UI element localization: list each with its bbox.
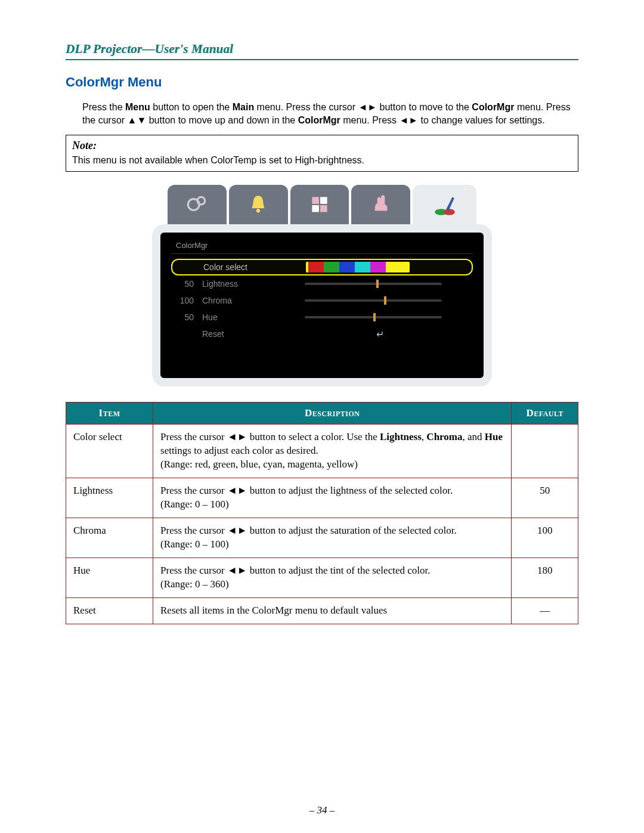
enter-icon: ↵	[305, 329, 384, 340]
table-row: Hue Press the cursor ◄► button to adjust…	[66, 558, 578, 597]
cell-desc: Press the cursor ◄► button to adjust the…	[153, 478, 512, 518]
table-row: Chroma Press the cursor ◄► button to adj…	[66, 518, 578, 558]
osd-control-enter: ↵	[305, 329, 473, 340]
bell-icon	[246, 192, 271, 217]
osd-panel: ColorMgr Color select	[152, 185, 492, 386]
note-text: This menu is not available when ColorTem…	[72, 155, 364, 165]
manual-page: DLP Projector—User's Manual ColorMgr Men…	[0, 0, 644, 833]
desc-bold: Chroma	[426, 431, 462, 442]
osd-value: 50	[171, 312, 202, 322]
desc-text: , and	[463, 431, 485, 442]
intro-text: button to open the	[150, 102, 233, 112]
tiles-icon	[307, 192, 332, 217]
intro-paragraph: Press the Menu button to open the Main m…	[82, 101, 578, 126]
slider-track	[305, 283, 442, 285]
intro-text: Press the	[82, 102, 125, 112]
cell-item: Color select	[66, 425, 153, 478]
palette-brush-icon	[432, 193, 457, 218]
osd-control-chips	[306, 262, 472, 272]
osd-label: Reset	[202, 329, 305, 339]
desc-range: (Range: 0 – 100)	[160, 538, 229, 550]
chip-blue	[339, 262, 355, 272]
intro-bold-colormgr2: ColorMgr	[298, 115, 340, 125]
th-item: Item	[66, 402, 153, 425]
osd-tab-setup	[168, 185, 227, 224]
svg-point-8	[443, 209, 454, 216]
cell-default: 180	[512, 558, 578, 597]
osd-tab-misc	[351, 185, 410, 224]
desc-bold: Hue	[485, 431, 503, 442]
page-number: – 34 –	[0, 804, 644, 816]
osd-control-slider	[305, 299, 473, 302]
header-rule	[66, 59, 578, 60]
osd-value: 50	[171, 279, 202, 289]
svg-rect-3	[312, 197, 319, 205]
cell-item: Reset	[66, 597, 153, 624]
intro-text: menu. Press ◄► to change values for sett…	[340, 115, 545, 125]
slider-thumb	[376, 280, 379, 288]
cell-desc: Press the cursor ◄► button to adjust the…	[153, 518, 512, 558]
osd-row-chroma: 100 Chroma	[171, 292, 473, 309]
desc-text: Press the cursor ◄► button to adjust the…	[160, 565, 430, 576]
desc-range: (Range: red, green, blue, cyan, magenta,…	[160, 459, 358, 470]
slider-thumb	[373, 313, 376, 321]
osd-row-color-select: Color select	[171, 259, 473, 275]
table-row: Reset Resets all items in the ColorMgr m…	[66, 597, 578, 624]
osd-row-hue: 50 Hue	[171, 309, 473, 326]
note-box: Note: This menu is not available when Co…	[66, 135, 578, 172]
desc-text: Press the cursor ◄► button to adjust the…	[160, 485, 453, 496]
chip-green	[324, 262, 339, 272]
slider-track	[305, 299, 442, 302]
osd-label: Hue	[202, 312, 305, 322]
intro-bold-main: Main	[233, 102, 254, 112]
description-table: Item Description Default Color select Pr…	[66, 402, 578, 624]
cell-item: Chroma	[66, 518, 153, 558]
cell-desc: Resets all items in the ColorMgr menu to…	[153, 597, 512, 624]
section-title: ColorMgr Menu	[66, 75, 578, 90]
osd-tab-bar	[152, 185, 492, 224]
osd-value: 100	[171, 296, 202, 305]
th-default: Default	[512, 402, 578, 425]
svg-point-2	[256, 209, 260, 213]
doc-header-title: DLP Projector—User's Manual	[66, 42, 578, 57]
cell-desc: Press the cursor ◄► button to adjust the…	[153, 558, 512, 597]
cell-item: Lightness	[66, 478, 153, 518]
cell-default: —	[512, 597, 578, 624]
desc-text: settings to adjust each color as desired…	[160, 445, 318, 456]
intro-bold-menu: Menu	[125, 102, 150, 112]
desc-range: (Range: 0 – 100)	[160, 498, 229, 510]
chip-red	[308, 262, 324, 272]
th-description: Description	[153, 402, 512, 425]
intro-bold-colormgr: ColorMgr	[472, 102, 514, 112]
desc-text: Press the cursor ◄► button to adjust the…	[160, 525, 457, 536]
osd-control-slider	[305, 316, 473, 318]
osd-row-reset: Reset ↵	[171, 326, 473, 342]
desc-text: Resets all items in the ColorMgr menu to…	[160, 605, 387, 616]
note-label: Note:	[72, 139, 572, 153]
osd-label: Chroma	[202, 296, 305, 305]
svg-rect-4	[320, 197, 327, 205]
osd-row-lightness: 50 Lightness	[171, 275, 473, 292]
gear-icon	[184, 192, 209, 217]
intro-text: menu. Press the cursor ◄► button to move…	[254, 102, 472, 112]
osd-figure: ColorMgr Color select	[66, 185, 578, 386]
table-row: Lightness Press the cursor ◄► button to …	[66, 478, 578, 518]
slider-thumb	[384, 296, 386, 305]
svg-rect-5	[312, 205, 319, 212]
slider-track	[305, 316, 442, 318]
desc-text: Press the cursor ◄► button to select a c…	[160, 431, 380, 442]
osd-label: Lightness	[202, 279, 305, 289]
cell-desc: Press the cursor ◄► button to select a c…	[153, 425, 512, 478]
table-row: Color select Press the cursor ◄► button …	[66, 425, 578, 478]
cell-default: 50	[512, 478, 578, 518]
osd-tab-colormgr	[413, 185, 476, 224]
chip-cyan	[355, 262, 370, 272]
osd-body: ColorMgr Color select	[152, 224, 492, 386]
osd-tab-alarm	[229, 185, 288, 224]
osd-menu-title: ColorMgr	[171, 241, 473, 254]
hand-icon	[369, 192, 394, 217]
cell-default	[512, 425, 578, 478]
chip-magenta	[370, 262, 386, 272]
osd-screen: ColorMgr Color select	[160, 233, 484, 378]
desc-bold: Lightness	[380, 431, 422, 442]
